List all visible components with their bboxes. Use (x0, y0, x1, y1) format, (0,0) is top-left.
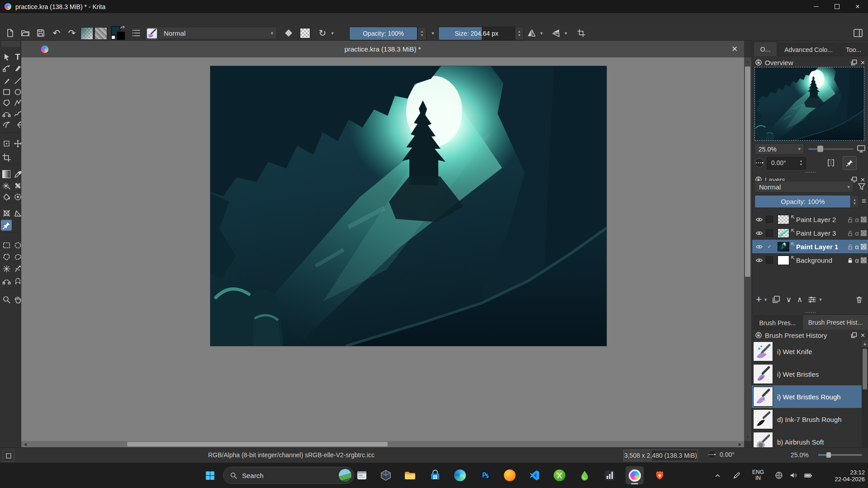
language-indicator[interactable]: ENG IN (749, 469, 767, 481)
visibility-toggle[interactable] (752, 243, 766, 251)
scroll-down-arrow[interactable]: ▼ (744, 434, 751, 440)
layer-thumbnail[interactable] (778, 215, 789, 224)
layer-opacity-slider[interactable]: Opacity: 100% (754, 195, 851, 208)
tab-overview[interactable]: O... (754, 42, 777, 56)
overview-zoom-dropdown[interactable]: 25.0%▾ (754, 143, 804, 155)
minimize-button[interactable] (806, 0, 826, 13)
layer-checkbox[interactable]: ✓ (766, 243, 773, 250)
taskbar-xbox-icon[interactable] (550, 466, 569, 484)
eraser-mode-button[interactable] (283, 27, 294, 39)
tool-dynamic-brush[interactable] (1, 119, 12, 130)
tool-gradient[interactable] (1, 169, 12, 180)
brush-history-docker-header[interactable]: Brush Preset History ✕ (755, 331, 865, 340)
brush-preset-ink7-brush-rough[interactable]: d) Ink-7 Brush Rough (752, 408, 862, 431)
tool-assistants[interactable] (1, 208, 12, 218)
alpha-lock-icon[interactable]: α (855, 229, 859, 237)
tool-rectangle[interactable] (1, 86, 12, 97)
visibility-toggle[interactable] (752, 216, 766, 223)
taskbar-green-drop-app-icon[interactable] (575, 466, 593, 484)
layer-checkbox[interactable] (766, 229, 773, 237)
tool-freehand-brush[interactable] (1, 75, 12, 86)
size-spinner[interactable]: ▴▾ (515, 27, 524, 40)
tool-zoom[interactable] (1, 294, 12, 305)
maximize-button[interactable] (826, 0, 847, 13)
inherit-alpha-icon[interactable] (861, 217, 867, 223)
open-button[interactable] (19, 27, 31, 39)
tab-advanced-color[interactable]: Advanced Colo... (778, 43, 839, 56)
brush-preset-wet-knife[interactable]: i) Wet Knife (752, 340, 862, 363)
brush-scroll-thumb[interactable] (863, 349, 867, 389)
layer-thumbnail[interactable] (778, 256, 789, 265)
mirror-horizontal-button[interactable] (526, 27, 537, 39)
alpha-lock-icon[interactable]: α (855, 216, 859, 223)
start-button[interactable] (201, 466, 219, 484)
rotation-spinbox[interactable]: 0.00° ▴▾ (767, 157, 806, 170)
layer-thumbnail[interactable] (778, 228, 789, 238)
save-button[interactable] (35, 27, 47, 39)
taskbar-chart-app-icon[interactable] (601, 466, 619, 484)
toolbox-drag-handle[interactable] (1, 41, 20, 47)
preserve-alpha-button[interactable] (300, 28, 310, 38)
search-box[interactable]: Search (223, 467, 354, 484)
redo-button[interactable]: ↷ (66, 27, 78, 39)
taskbar-window-app-icon[interactable] (353, 466, 371, 484)
brush-preset-wet-bristles[interactable]: i) Wet Bristles (752, 363, 862, 385)
layer-row-paint-layer-2[interactable]: Paint Layer 2 α (752, 213, 868, 226)
horizontal-scrollbar[interactable]: ◀ ▶ (21, 441, 744, 447)
tray-pen-button[interactable] (730, 469, 743, 482)
scroll-right-arrow[interactable]: ▶ (737, 441, 743, 447)
tool-bezier-curve[interactable] (1, 108, 12, 119)
background-color-swatch[interactable] (116, 31, 125, 40)
rotation-dial[interactable] (754, 157, 765, 169)
clock[interactable]: 23:12 22-04-2026 (829, 469, 865, 483)
tray-volume-button[interactable] (787, 469, 800, 482)
visibility-toggle[interactable] (752, 256, 766, 264)
move-layer-up-button[interactable]: ∧ (797, 295, 802, 304)
canvas-document[interactable] (210, 66, 607, 346)
scroll-up-arrow[interactable]: ▲ (744, 58, 751, 65)
lock-open-icon[interactable] (847, 230, 853, 236)
brush-preset-wet-bristles-rough[interactable]: i) Wet Bristles Rough (752, 385, 862, 408)
tab-brush-preset-history[interactable]: Brush Preset Hist... (802, 314, 868, 330)
zoom-level-status[interactable]: 25.0% (791, 451, 809, 459)
move-layer-down-button[interactable]: ∨ (786, 295, 791, 304)
scroll-left-arrow[interactable]: ◀ (22, 441, 28, 447)
pattern-chooser[interactable] (95, 27, 107, 40)
vertical-scroll-thumb[interactable] (745, 66, 750, 277)
lock-open-icon[interactable] (847, 244, 853, 250)
docker-splitter[interactable] (806, 172, 816, 173)
float-docker-icon[interactable] (851, 59, 857, 66)
new-document-button[interactable] (4, 27, 16, 39)
tool-reference-images[interactable] (1, 220, 12, 231)
reset-colors-icon[interactable] (111, 35, 115, 39)
taskbar-vscode-icon[interactable] (526, 466, 544, 484)
canvas-viewport[interactable] (21, 57, 744, 441)
canvas-mirror-button[interactable] (825, 157, 837, 169)
tool-select-shapes[interactable] (1, 52, 12, 62)
tool-similar-color-selection[interactable] (1, 263, 12, 274)
canvas-rotation-status[interactable]: 0.00° (707, 450, 735, 460)
inherit-alpha-icon[interactable] (861, 257, 867, 263)
zoom-slider-handle[interactable] (817, 146, 823, 152)
foreground-background-colors[interactable] (111, 26, 125, 40)
taskbar-krita-icon-active[interactable] (626, 466, 644, 484)
selection-display-button[interactable] (3, 450, 14, 462)
tool-bezier-selection[interactable] (1, 275, 12, 286)
zoom-slider-handle[interactable] (826, 452, 831, 458)
tool-polygon[interactable] (1, 97, 12, 108)
mirror-vertical-button[interactable] (550, 27, 562, 39)
horizontal-scroll-thumb[interactable] (127, 442, 388, 446)
docker-splitter[interactable] (806, 312, 816, 313)
visibility-toggle[interactable] (752, 229, 766, 237)
properties-dropdown[interactable]: ▾ (819, 297, 822, 303)
float-docker-icon[interactable] (851, 332, 857, 338)
scroll-up-arrow[interactable]: ▲ (862, 340, 868, 347)
brush-list-scrollbar[interactable]: ▲ (862, 340, 868, 447)
lock-open-icon[interactable] (847, 217, 853, 223)
tray-hidden-icons-button[interactable] (711, 469, 724, 482)
reload-brush-button[interactable]: ↻ (317, 27, 328, 39)
inherit-alpha-icon[interactable] (861, 230, 867, 236)
overview-fit-page-button[interactable] (855, 143, 867, 155)
taskbar-edge-icon[interactable] (451, 466, 469, 484)
gradient-chooser[interactable] (81, 27, 93, 40)
